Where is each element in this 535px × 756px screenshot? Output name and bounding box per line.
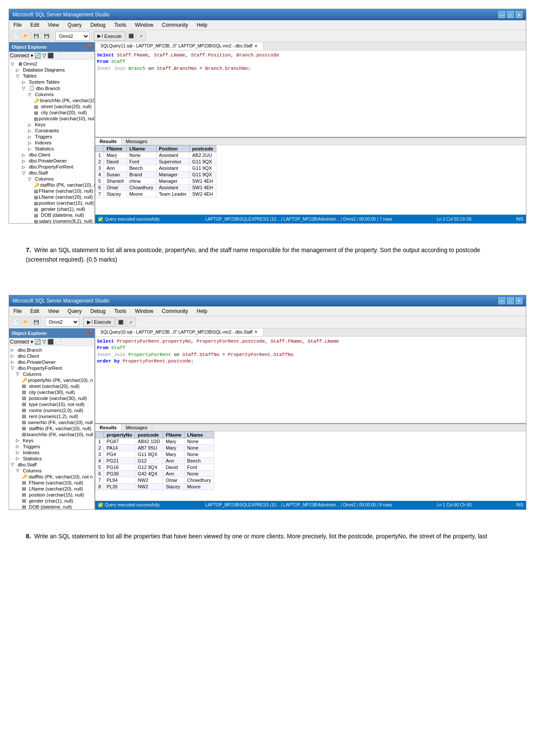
tree-pfr-ownerno[interactable]: ▤ ownerNo (FK, varchar(10), null [10,419,94,425]
save-all-btn-1[interactable]: 💾 [42,31,51,41]
tree-triggers-1[interactable]: ▷ Triggers [10,134,94,140]
tree-indexes-1[interactable]: ▷ Indexes [10,140,94,146]
open-btn-2[interactable]: 📂 [21,317,31,327]
tree-gender-col[interactable]: ▤ gender (char(1), null) [10,206,94,212]
menu-edit-1[interactable]: Edit [28,21,42,29]
tree-staff-cols-2[interactable]: ▽ Columns [10,468,94,474]
tree-client-2[interactable]: ▷ dbo.Client [10,353,94,359]
tree-branch-2[interactable]: ▷ dbo.Branch [10,347,94,353]
tree-street-col[interactable]: ▤ street (varchar(20), null) [10,103,94,109]
query-tab-1[interactable]: SQLQuery11.sql - LAPTOP_MP23B...0" LAPTO… [95,42,263,50]
oe-stop-icon-1[interactable]: ⬛ [47,53,54,59]
close-btn-1[interactable]: ✕ [516,11,522,18]
tree-po-2[interactable]: ▷ dbo.PrivateOwner [10,359,94,365]
tree-staffno-pk[interactable]: 🔑 staffNo (PK, varchar(10), not n [10,474,94,480]
results-tab-results-1[interactable]: Results [95,138,122,145]
tree-pfr-2[interactable]: ▽ dbo.PropertyForRent [10,365,94,371]
new-query-btn-1[interactable]: 📄 [11,31,20,41]
tree-pfr-rent[interactable]: ▤ rent (numeric(1,2), null) [10,413,94,419]
tree-pfr-stats[interactable]: ▷ Statistics [10,456,94,462]
minimize-btn-1[interactable]: — [498,11,505,18]
menu-help-2[interactable]: Help [194,307,210,315]
menu-window-1[interactable]: Window [132,21,156,29]
tree-pfr-city[interactable]: ▤ city (varchar(30), null) [10,389,94,395]
restore-btn-2[interactable]: □ [507,297,514,304]
close-tab-icon-2[interactable]: ✕ [254,330,258,334]
tree-fname-s2[interactable]: ▤ FName (varchar(10), null) [10,480,94,486]
oe-refresh-icon-1[interactable]: 🔄 [34,53,41,59]
menu-file-2[interactable]: File [11,307,24,315]
query-editor-1[interactable]: Select Staff.FName, Staff.LName, Staff.P… [95,50,526,137]
tree-staff-1[interactable]: ▽ dbo.Staff [10,170,94,176]
db-selector-2[interactable]: Omni2 [45,317,79,327]
tree-pfr-staffno[interactable]: ▤ staffNo (FK, varchar(10), null) [10,425,94,431]
tree-city-col[interactable]: ▤ city (varchar(20), null) [10,109,94,116]
tree-gender-s2[interactable]: ▤ gender (char(1), null) [10,498,94,504]
tree-omni2[interactable]: ▽ 🖥 Omni2 [10,61,94,67]
menu-view-2[interactable]: View [45,307,62,315]
results-tab-results-2[interactable]: Results [95,424,122,431]
tree-pfr-indexes[interactable]: ▷ Indexes [10,450,94,456]
tree-pfr-triggers[interactable]: ▷ Triggers [10,444,94,450]
menu-community-1[interactable]: Community [160,21,191,29]
oe-filter-icon-2[interactable]: ▽ [42,339,46,345]
db-selector-1[interactable]: Omni2 [55,31,90,41]
tree-pfr-keys[interactable]: ▷ Keys [10,437,94,444]
tree-branch[interactable]: ▽ 📋 dbo.Branch [10,85,94,91]
tree-stats-1[interactable]: ▷ Statistics [10,146,94,152]
results-tab-messages-1[interactable]: Messages [122,138,152,145]
tree-branch-cols[interactable]: ▽ Columns [10,91,94,97]
execute-btn-1[interactable]: ▶ ! Execute [94,31,125,41]
menu-view-1[interactable]: View [45,21,62,29]
menu-debug-2[interactable]: Debug [88,307,108,315]
tree-position-s2[interactable]: ▤ position (varchar(15), null) [10,492,94,498]
tree-pfr-propertyno[interactable]: 🔑 propertyNo (PK, varchar(10), n [10,377,94,383]
tree-pfr-type[interactable]: ▤ type (varchar(15), not null) [10,401,94,407]
tree-salary-col[interactable]: ▤ salary (numeric(8,2), null) [10,218,94,223]
save-btn-1[interactable]: 💾 [31,31,41,41]
menu-tools-2[interactable]: Tools [112,307,129,315]
tree-postcode-col[interactable]: ▤ postcode (varchar(10), null) [10,116,94,122]
tree-staff-2[interactable]: ▽ dbo.Staff [10,462,94,468]
parse-btn-2[interactable]: ✓ [126,317,136,327]
tree-client[interactable]: ▷ dbo.Client [10,152,94,158]
oe-filter-icon-1[interactable]: ▽ [42,53,46,59]
tree-dob-s2[interactable]: ▤ DOB (datetime, null) [10,504,94,509]
oe-new-icon-2[interactable]: 📄 [55,339,62,345]
tree-lname-s2[interactable]: ▤ LName (varchar(20), null) [10,486,94,492]
menu-window-2[interactable]: Window [132,307,156,315]
menu-query-1[interactable]: Query [65,21,84,29]
menu-file-1[interactable]: File [11,21,24,29]
execute-btn-2[interactable]: ▶ ! Execute [83,317,115,327]
stop-btn-2[interactable]: ⬛ [116,317,125,327]
tree-fname-col[interactable]: ▤ FName (varchar(10), null) [10,188,94,194]
restore-btn-1[interactable]: □ [507,11,514,18]
minimize-btn-2[interactable]: — [498,297,505,304]
tree-keys-1[interactable]: ▷ Keys [10,122,94,128]
tree-pfr[interactable]: ▷ dbo.PropertyForRent [10,164,94,170]
menu-query-2[interactable]: Query [65,307,84,315]
tree-tables-1[interactable]: ▽ Tables [10,73,94,79]
oe-refresh-icon-2[interactable]: 🔄 [34,339,41,345]
menu-debug-1[interactable]: Debug [88,21,108,29]
oe-new-icon-1[interactable]: 📄 [55,53,62,59]
tree-staffno-col[interactable]: 🔑 staffNo (PK, varchar(10), not n [10,182,94,188]
query-tab-2[interactable]: SQLQuery10.sql - LAPTOP_MP23B...0" LAPTO… [95,328,263,336]
close-btn-2[interactable]: ✕ [516,297,522,304]
tree-pfr-rooms[interactable]: ▤ rooms (numeric(2,0), null) [10,407,94,413]
results-tab-messages-2[interactable]: Messages [122,424,152,431]
tree-staff-cols[interactable]: ▽ Columns [10,176,94,182]
tree-pfr-cols[interactable]: ▽ Columns [10,371,94,377]
parse-btn-1[interactable]: ✓ [137,31,146,41]
tree-sys-tables[interactable]: ▷ System Tables [10,79,94,85]
tree-lname-col[interactable]: ▤ LName (varchar(20), null) [10,194,94,200]
tree-constraints-1[interactable]: ▷ Constraints [10,128,94,134]
tree-branchno-col[interactable]: 🔑 branchNo (PK, varchar(10), no [10,97,94,103]
tree-dob-col[interactable]: ▤ DOB (datetime, null) [10,212,94,218]
save-btn-2[interactable]: 💾 [31,317,41,327]
tree-db-diagrams[interactable]: ▷ Database Diagrams [10,67,94,73]
tree-pfr-postcode[interactable]: ▤ postcode (varchar(30), null) [10,395,94,401]
tree-position-col[interactable]: ▤ position (varchar(15), null) [10,200,94,206]
stop-btn-1[interactable]: ⬛ [126,31,136,41]
open-btn-1[interactable]: 📂 [21,31,31,41]
